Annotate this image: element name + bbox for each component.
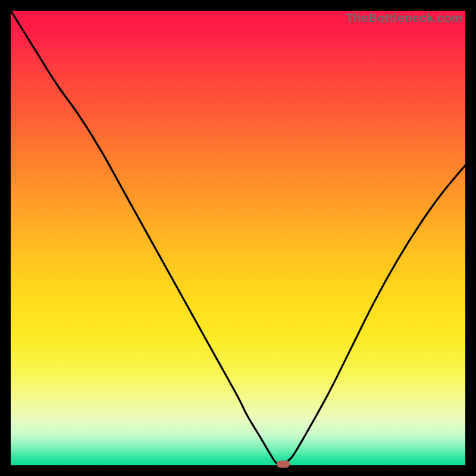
optimal-point-marker: [277, 461, 290, 468]
plot-area: TheBottleneck.com: [11, 11, 465, 465]
bottleneck-curve: [11, 11, 465, 465]
chart-frame: TheBottleneck.com: [0, 0, 476, 476]
